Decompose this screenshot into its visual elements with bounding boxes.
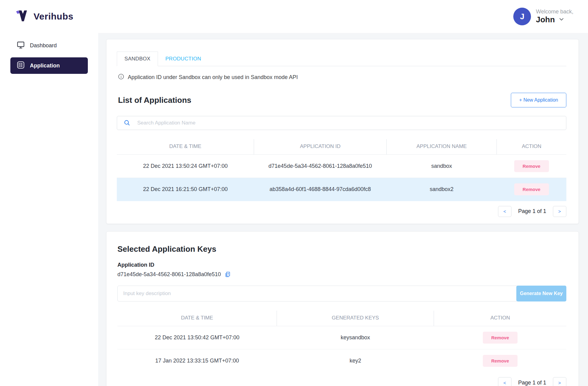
page-title: List of Applications — [118, 96, 191, 105]
column-header: DATE & TIME — [117, 139, 254, 155]
column-header: GENERATED KEYS — [277, 311, 434, 326]
sidebar: Verihubs Dashboard — [0, 0, 98, 386]
column-header: ACTION — [497, 139, 566, 155]
cell-application-id: ab358a4d-60f1-4688-8844-97cda6d00fc8 — [254, 178, 387, 201]
topbar: J Welcome back, John — [98, 0, 588, 33]
cell-datetime: 22 Dec 2021 13:50:42 GMT+07:00 — [117, 326, 277, 349]
sidebar-item-application[interactable]: Application — [10, 57, 88, 74]
cell-datetime: 17 Jan 2022 13:33:15 GMT+07:00 — [117, 349, 277, 372]
keys-card: Selected Application Keys Application ID… — [106, 231, 579, 386]
column-header: APPLICATION ID — [254, 139, 387, 155]
sidebar-item-dashboard[interactable]: Dashboard — [10, 37, 88, 54]
tab-sandbox[interactable]: SANDBOX — [117, 52, 158, 66]
key-description-input[interactable] — [117, 286, 517, 301]
cell-application-id: d71e45de-5a34-4562-8061-128a8a0fe510 — [254, 155, 387, 178]
next-page-button[interactable]: > — [553, 206, 566, 217]
applications-card: SANDBOX PRODUCTION Application ID under … — [106, 39, 579, 224]
keys-title: Selected Application Keys — [117, 244, 566, 254]
key-generation-row: Generate New Key — [117, 286, 566, 301]
app-root: Verihubs Dashboard — [0, 0, 588, 386]
remove-key-button[interactable]: Remove — [483, 355, 518, 367]
brand-name: Verihubs — [34, 11, 74, 22]
prev-page-button[interactable]: < — [498, 377, 511, 386]
copy-icon[interactable] — [224, 271, 231, 277]
applications-pagination: < Page 1 of 1 > — [117, 206, 566, 217]
sidebar-item-label: Dashboard — [30, 42, 57, 49]
content: SANDBOX PRODUCTION Application ID under … — [98, 33, 588, 386]
column-header: APPLICATION NAME — [386, 139, 497, 155]
list-icon — [16, 61, 25, 71]
welcome-text: Welcome back, — [536, 9, 573, 15]
remove-key-button[interactable]: Remove — [483, 332, 518, 344]
environment-tabs: SANDBOX PRODUCTION — [117, 52, 566, 66]
info-icon — [118, 74, 124, 81]
table-row[interactable]: 22 Dec 2021 13:50:24 GMT+07:00 d71e45de-… — [117, 155, 566, 178]
column-header: DATE & TIME — [117, 311, 277, 326]
main-area: J Welcome back, John — [98, 0, 588, 386]
search-input[interactable] — [117, 116, 566, 130]
keys-pagination: < Page 1 of 1 > — [117, 377, 566, 386]
search-icon — [124, 119, 131, 128]
avatar: J — [513, 8, 531, 25]
cell-datetime: 22 Dec 2021 13:50:24 GMT+07:00 — [117, 155, 254, 178]
search-bar — [117, 116, 566, 130]
applications-table: DATE & TIME APPLICATION ID APPLICATION N… — [117, 139, 566, 201]
verihubs-logo-icon — [16, 10, 30, 23]
page-indicator: Page 1 of 1 — [518, 208, 546, 215]
column-header: ACTION — [434, 311, 566, 326]
cell-generated-key: key2 — [277, 349, 434, 372]
table-row: 17 Jan 2022 13:33:15 GMT+07:00 key2 Remo… — [117, 349, 566, 372]
brand-logo: Verihubs — [0, 0, 98, 33]
new-application-button[interactable]: + New Application — [511, 93, 566, 107]
user-text: Welcome back, John — [536, 9, 573, 24]
table-row: 22 Dec 2021 13:50:42 GMT+07:00 keysandbo… — [117, 326, 566, 349]
cell-generated-key: keysandbox — [277, 326, 434, 349]
generate-key-button[interactable]: Generate New Key — [516, 286, 566, 301]
table-row[interactable]: 22 Dec 2021 16:21:50 GMT+07:00 ab358a4d-… — [117, 178, 566, 201]
cell-application-name: sandbox2 — [386, 178, 497, 201]
sidebar-item-label: Application — [30, 63, 60, 69]
keys-table: DATE & TIME GENERATED KEYS ACTION 22 Dec… — [117, 311, 566, 373]
monitor-icon — [16, 41, 25, 50]
application-id-label: Application ID — [117, 262, 566, 268]
cell-application-name: sandbox — [386, 155, 497, 178]
cell-datetime: 22 Dec 2021 16:21:50 GMT+07:00 — [117, 178, 254, 201]
user-menu[interactable]: J Welcome back, John — [513, 8, 573, 25]
chevron-down-icon[interactable] — [558, 16, 565, 24]
remove-application-button[interactable]: Remove — [514, 183, 549, 195]
page-indicator: Page 1 of 1 — [518, 380, 546, 386]
username: John — [536, 15, 555, 24]
sandbox-info: Application ID under Sandbox can only be… — [118, 74, 566, 81]
application-id-value: d71e45de-5a34-4562-8061-128a8a0fe510 — [117, 271, 221, 278]
next-page-button[interactable]: > — [553, 377, 566, 386]
sandbox-info-text: Application ID under Sandbox can only be… — [128, 74, 298, 81]
sidebar-nav: Dashboard Application — [0, 33, 98, 74]
remove-application-button[interactable]: Remove — [514, 160, 549, 172]
tab-production[interactable]: PRODUCTION — [158, 52, 208, 66]
prev-page-button[interactable]: < — [498, 206, 511, 217]
